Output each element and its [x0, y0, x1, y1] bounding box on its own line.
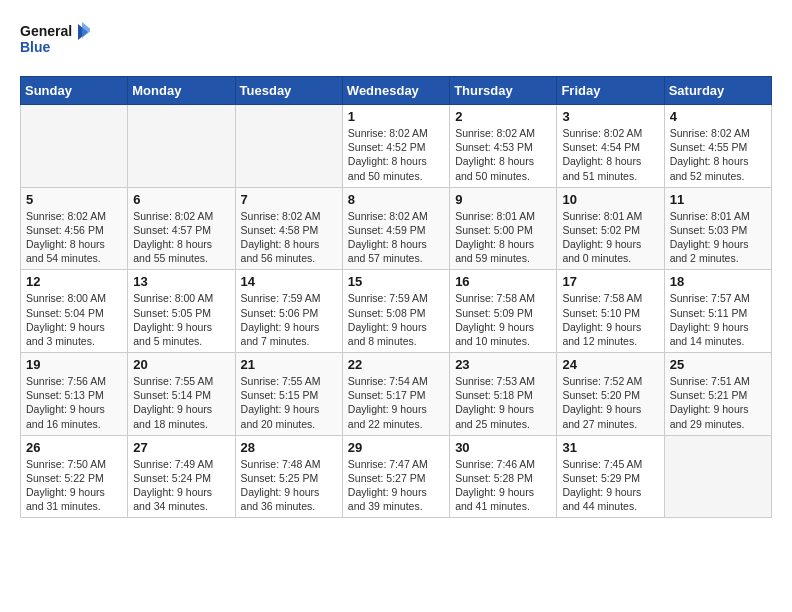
day-number: 19 [26, 357, 122, 372]
day-cell: 25Sunrise: 7:51 AM Sunset: 5:21 PM Dayli… [664, 353, 771, 436]
day-number: 3 [562, 109, 658, 124]
day-number: 1 [348, 109, 444, 124]
day-info: Sunrise: 7:58 AM Sunset: 5:09 PM Dayligh… [455, 291, 551, 348]
svg-text:General: General [20, 23, 72, 39]
week-row-3: 12Sunrise: 8:00 AM Sunset: 5:04 PM Dayli… [21, 270, 772, 353]
weekday-header-friday: Friday [557, 77, 664, 105]
day-number: 16 [455, 274, 551, 289]
weekday-header-sunday: Sunday [21, 77, 128, 105]
day-info: Sunrise: 8:02 AM Sunset: 4:58 PM Dayligh… [241, 209, 337, 266]
day-number: 17 [562, 274, 658, 289]
day-number: 22 [348, 357, 444, 372]
day-number: 24 [562, 357, 658, 372]
day-info: Sunrise: 7:50 AM Sunset: 5:22 PM Dayligh… [26, 457, 122, 514]
day-cell [235, 105, 342, 188]
day-cell: 23Sunrise: 7:53 AM Sunset: 5:18 PM Dayli… [450, 353, 557, 436]
day-cell: 5Sunrise: 8:02 AM Sunset: 4:56 PM Daylig… [21, 187, 128, 270]
day-info: Sunrise: 7:52 AM Sunset: 5:20 PM Dayligh… [562, 374, 658, 431]
week-row-5: 26Sunrise: 7:50 AM Sunset: 5:22 PM Dayli… [21, 435, 772, 518]
day-info: Sunrise: 7:55 AM Sunset: 5:14 PM Dayligh… [133, 374, 229, 431]
day-info: Sunrise: 8:02 AM Sunset: 4:52 PM Dayligh… [348, 126, 444, 183]
day-number: 2 [455, 109, 551, 124]
day-number: 21 [241, 357, 337, 372]
day-cell: 28Sunrise: 7:48 AM Sunset: 5:25 PM Dayli… [235, 435, 342, 518]
day-number: 6 [133, 192, 229, 207]
day-info: Sunrise: 8:01 AM Sunset: 5:03 PM Dayligh… [670, 209, 766, 266]
day-number: 29 [348, 440, 444, 455]
day-number: 14 [241, 274, 337, 289]
week-row-2: 5Sunrise: 8:02 AM Sunset: 4:56 PM Daylig… [21, 187, 772, 270]
day-number: 7 [241, 192, 337, 207]
day-number: 27 [133, 440, 229, 455]
day-number: 15 [348, 274, 444, 289]
day-cell: 10Sunrise: 8:01 AM Sunset: 5:02 PM Dayli… [557, 187, 664, 270]
day-info: Sunrise: 8:01 AM Sunset: 5:02 PM Dayligh… [562, 209, 658, 266]
day-number: 25 [670, 357, 766, 372]
day-cell: 18Sunrise: 7:57 AM Sunset: 5:11 PM Dayli… [664, 270, 771, 353]
day-cell: 7Sunrise: 8:02 AM Sunset: 4:58 PM Daylig… [235, 187, 342, 270]
day-info: Sunrise: 7:53 AM Sunset: 5:18 PM Dayligh… [455, 374, 551, 431]
day-number: 18 [670, 274, 766, 289]
day-cell: 21Sunrise: 7:55 AM Sunset: 5:15 PM Dayli… [235, 353, 342, 436]
day-cell: 27Sunrise: 7:49 AM Sunset: 5:24 PM Dayli… [128, 435, 235, 518]
day-info: Sunrise: 8:02 AM Sunset: 4:53 PM Dayligh… [455, 126, 551, 183]
day-number: 11 [670, 192, 766, 207]
day-info: Sunrise: 8:00 AM Sunset: 5:05 PM Dayligh… [133, 291, 229, 348]
day-cell: 4Sunrise: 8:02 AM Sunset: 4:55 PM Daylig… [664, 105, 771, 188]
day-number: 5 [26, 192, 122, 207]
day-number: 8 [348, 192, 444, 207]
day-info: Sunrise: 7:57 AM Sunset: 5:11 PM Dayligh… [670, 291, 766, 348]
day-info: Sunrise: 8:00 AM Sunset: 5:04 PM Dayligh… [26, 291, 122, 348]
week-row-4: 19Sunrise: 7:56 AM Sunset: 5:13 PM Dayli… [21, 353, 772, 436]
day-info: Sunrise: 7:59 AM Sunset: 5:06 PM Dayligh… [241, 291, 337, 348]
day-cell: 26Sunrise: 7:50 AM Sunset: 5:22 PM Dayli… [21, 435, 128, 518]
day-info: Sunrise: 8:02 AM Sunset: 4:57 PM Dayligh… [133, 209, 229, 266]
day-info: Sunrise: 8:02 AM Sunset: 4:56 PM Dayligh… [26, 209, 122, 266]
day-info: Sunrise: 7:46 AM Sunset: 5:28 PM Dayligh… [455, 457, 551, 514]
day-number: 20 [133, 357, 229, 372]
weekday-header-tuesday: Tuesday [235, 77, 342, 105]
day-info: Sunrise: 7:45 AM Sunset: 5:29 PM Dayligh… [562, 457, 658, 514]
day-cell: 13Sunrise: 8:00 AM Sunset: 5:05 PM Dayli… [128, 270, 235, 353]
day-cell: 2Sunrise: 8:02 AM Sunset: 4:53 PM Daylig… [450, 105, 557, 188]
day-number: 4 [670, 109, 766, 124]
day-number: 10 [562, 192, 658, 207]
day-cell [128, 105, 235, 188]
day-cell: 17Sunrise: 7:58 AM Sunset: 5:10 PM Dayli… [557, 270, 664, 353]
day-cell: 8Sunrise: 8:02 AM Sunset: 4:59 PM Daylig… [342, 187, 449, 270]
day-cell: 30Sunrise: 7:46 AM Sunset: 5:28 PM Dayli… [450, 435, 557, 518]
day-info: Sunrise: 7:48 AM Sunset: 5:25 PM Dayligh… [241, 457, 337, 514]
day-cell: 20Sunrise: 7:55 AM Sunset: 5:14 PM Dayli… [128, 353, 235, 436]
day-info: Sunrise: 8:02 AM Sunset: 4:55 PM Dayligh… [670, 126, 766, 183]
day-cell: 1Sunrise: 8:02 AM Sunset: 4:52 PM Daylig… [342, 105, 449, 188]
svg-text:Blue: Blue [20, 39, 51, 55]
day-cell: 31Sunrise: 7:45 AM Sunset: 5:29 PM Dayli… [557, 435, 664, 518]
page-header: General Blue [20, 20, 772, 60]
day-info: Sunrise: 8:01 AM Sunset: 5:00 PM Dayligh… [455, 209, 551, 266]
day-cell: 9Sunrise: 8:01 AM Sunset: 5:00 PM Daylig… [450, 187, 557, 270]
calendar-table: SundayMondayTuesdayWednesdayThursdayFrid… [20, 76, 772, 518]
day-cell: 19Sunrise: 7:56 AM Sunset: 5:13 PM Dayli… [21, 353, 128, 436]
day-number: 31 [562, 440, 658, 455]
day-number: 26 [26, 440, 122, 455]
svg-marker-3 [82, 22, 90, 38]
day-info: Sunrise: 7:54 AM Sunset: 5:17 PM Dayligh… [348, 374, 444, 431]
day-cell [21, 105, 128, 188]
day-info: Sunrise: 7:49 AM Sunset: 5:24 PM Dayligh… [133, 457, 229, 514]
day-number: 30 [455, 440, 551, 455]
day-cell: 15Sunrise: 7:59 AM Sunset: 5:08 PM Dayli… [342, 270, 449, 353]
weekday-header-row: SundayMondayTuesdayWednesdayThursdayFrid… [21, 77, 772, 105]
weekday-header-wednesday: Wednesday [342, 77, 449, 105]
day-info: Sunrise: 7:58 AM Sunset: 5:10 PM Dayligh… [562, 291, 658, 348]
day-cell [664, 435, 771, 518]
day-info: Sunrise: 7:47 AM Sunset: 5:27 PM Dayligh… [348, 457, 444, 514]
day-number: 13 [133, 274, 229, 289]
logo-svg: General Blue [20, 20, 90, 60]
day-number: 28 [241, 440, 337, 455]
weekday-header-saturday: Saturday [664, 77, 771, 105]
day-cell: 14Sunrise: 7:59 AM Sunset: 5:06 PM Dayli… [235, 270, 342, 353]
day-info: Sunrise: 7:55 AM Sunset: 5:15 PM Dayligh… [241, 374, 337, 431]
logo: General Blue [20, 20, 90, 60]
day-cell: 22Sunrise: 7:54 AM Sunset: 5:17 PM Dayli… [342, 353, 449, 436]
day-info: Sunrise: 8:02 AM Sunset: 4:54 PM Dayligh… [562, 126, 658, 183]
